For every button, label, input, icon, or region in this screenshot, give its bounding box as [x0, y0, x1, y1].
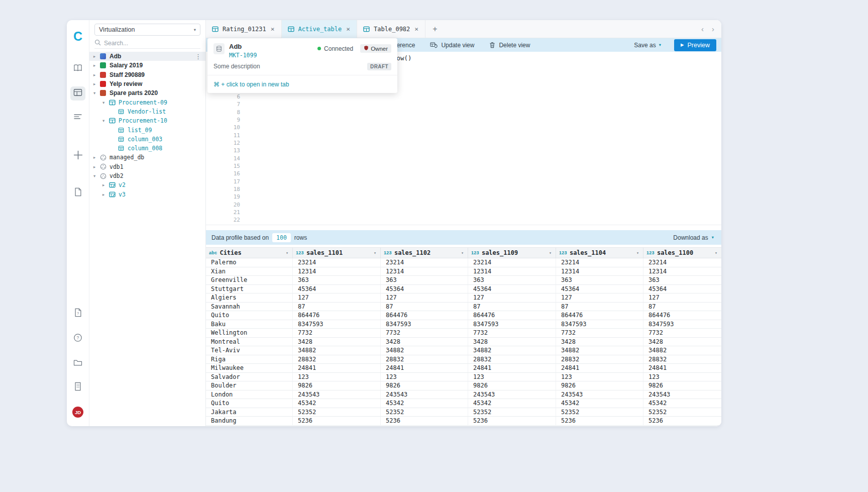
toolbar-button[interactable]: Update view: [430, 42, 474, 49]
tree-item[interactable]: list_09 ⋮: [89, 125, 205, 134]
column-menu-icon[interactable]: ▾: [549, 251, 552, 255]
tree-item-label: Procurement-10: [119, 117, 167, 124]
table-row: Wellington77327732773277327732: [206, 329, 721, 338]
column-menu-icon[interactable]: ▾: [286, 251, 288, 255]
tree-item[interactable]: ▸ v2 ⋮: [89, 180, 205, 189]
more-options-icon[interactable]: ⋮: [195, 53, 205, 60]
next-tab-icon[interactable]: ›: [712, 25, 714, 33]
column-menu-icon[interactable]: ▾: [461, 251, 464, 255]
table-cell: Savannah: [206, 303, 293, 311]
conn-adb-icon: [99, 53, 107, 59]
connection-code-link[interactable]: MKT-1099: [229, 52, 257, 59]
help-button[interactable]: ?: [70, 332, 85, 346]
plus-icon: [73, 150, 83, 162]
data-profile-bar: Data profile based on 100 rows Download …: [206, 230, 721, 245]
editor-tab[interactable]: Rating_01231 ×: [206, 20, 282, 38]
nav-catalog-button[interactable]: [70, 62, 85, 76]
sheet-icon: [117, 145, 125, 151]
tree-item[interactable]: ▸ v3 ⋮: [89, 189, 205, 199]
new-tab-button[interactable]: +: [432, 25, 437, 33]
tree-item[interactable]: column_008 ⋮: [89, 144, 205, 153]
editor-tab[interactable]: Active_table ×: [282, 20, 358, 38]
rows-count-input[interactable]: 100: [272, 233, 291, 242]
status-label: Connected: [324, 45, 353, 52]
table-row: Quito864476864476864476864476864476: [206, 311, 721, 320]
save-as-button[interactable]: Save as ▾: [634, 42, 661, 49]
nav-data-explorer-button[interactable]: [70, 86, 85, 101]
play-icon: ▶: [681, 43, 684, 47]
tree-item[interactable]: ▸ Adb ⋮: [89, 52, 205, 61]
book-icon: [73, 64, 82, 74]
panel-divider[interactable]: [206, 225, 721, 230]
table-cell: 864476: [293, 311, 381, 320]
column-header[interactable]: 123 sales_1102 ▾: [381, 248, 468, 258]
table-cell: 87: [556, 303, 643, 311]
tree-chevron-icon[interactable]: ▸: [93, 54, 99, 59]
close-tab-icon[interactable]: ×: [270, 26, 275, 32]
nav-documents-button[interactable]: [70, 186, 85, 200]
tree-item[interactable]: ▸ managed_db ⋮: [89, 153, 205, 162]
open-in-new-tab-link[interactable]: ⌘ + click to open in new tab: [213, 81, 289, 88]
tree-item-label: v3: [119, 191, 126, 198]
table-cell: 243543: [556, 390, 643, 399]
prev-tab-icon[interactable]: ‹: [701, 25, 704, 33]
column-menu-icon[interactable]: ▾: [636, 251, 639, 255]
tree-item[interactable]: Vendor-list ⋮: [89, 107, 205, 116]
tree-item-label: Procurement-09: [119, 99, 167, 106]
tree-item[interactable]: ▸ Staff 290889 ⋮: [89, 70, 205, 79]
add-new-button[interactable]: [70, 149, 85, 163]
tree-chevron-icon[interactable]: ▾: [93, 173, 99, 178]
tree-item-label: Yelp review: [110, 80, 142, 87]
code-line: 7: [206, 101, 721, 108]
column-header[interactable]: 123 sales_1101 ▾: [293, 248, 381, 258]
user-avatar[interactable]: JD: [72, 407, 83, 418]
workspace-selector[interactable]: Virtualization ▾: [94, 24, 200, 36]
tree-item[interactable]: ▸ vdb1 ⋮: [89, 162, 205, 171]
column-menu-icon[interactable]: ▾: [374, 251, 376, 255]
nav-changelog-button[interactable]: ?: [70, 307, 85, 321]
tree-chevron-icon[interactable]: ▾: [102, 118, 108, 123]
column-type-icon: abc: [209, 250, 217, 255]
table-cell: 5236: [293, 417, 381, 425]
column-type-icon: 123: [646, 250, 655, 255]
download-as-button[interactable]: Download as ▾: [673, 234, 716, 241]
tree-item[interactable]: ▾ Spare parts 2020 ⋮: [89, 88, 205, 97]
tree-chevron-icon[interactable]: ▸: [93, 81, 99, 86]
table-cell: 45364: [293, 285, 381, 293]
line-number: 19: [206, 193, 244, 200]
conn-spare-icon: [99, 90, 107, 96]
code-line: 12: [206, 139, 721, 147]
editor-tab[interactable]: Table_0982 ×: [357, 20, 425, 38]
column-header[interactable]: 123 sales_1109 ▾: [468, 248, 556, 258]
tree-chevron-icon[interactable]: ▸: [102, 182, 108, 187]
tree-chevron-icon[interactable]: ▾: [93, 90, 99, 95]
tree-chevron-icon[interactable]: ▸: [93, 63, 99, 68]
tree-chevron-icon[interactable]: ▸: [93, 72, 99, 77]
tree-item[interactable]: ▸ Yelp review ⋮: [89, 79, 205, 88]
tree-chevron-icon[interactable]: ▸: [102, 192, 108, 197]
preview-button[interactable]: ▶ Preview: [674, 39, 716, 51]
tree-item[interactable]: ▸ Salary 2019 ⋮: [89, 61, 205, 70]
tree-item[interactable]: column_003 ⋮: [89, 135, 205, 144]
close-tab-icon[interactable]: ×: [414, 26, 419, 32]
table-row: London243543243543243543243543243543: [206, 390, 721, 400]
column-header[interactable]: 123 sales_1104 ▾: [556, 248, 643, 258]
tree-chevron-icon[interactable]: ▾: [102, 100, 108, 105]
tree-chevron-icon[interactable]: ▸: [93, 164, 99, 169]
nav-organization-button[interactable]: [70, 380, 85, 395]
search-input[interactable]: [104, 40, 200, 47]
nav-query-log-button[interactable]: [70, 111, 85, 125]
table-cell: 363: [643, 276, 721, 284]
column-menu-icon[interactable]: ▾: [715, 251, 717, 255]
tree-item[interactable]: ▾ Procurement-09 ⋮: [89, 97, 205, 107]
tree-chevron-icon[interactable]: ▸: [93, 155, 99, 160]
column-header[interactable]: abc Cities ▾: [206, 248, 293, 258]
table-cell: Jakarta: [206, 408, 293, 417]
nav-projects-button[interactable]: [70, 356, 85, 370]
column-header[interactable]: 123 sales_1100 ▾: [643, 248, 721, 258]
save-as-label: Save as: [634, 42, 656, 49]
tree-item[interactable]: ▾ Procurement-10 ⋮: [89, 116, 205, 125]
tree-item[interactable]: ▾ vdb2 ⋮: [89, 171, 205, 180]
close-tab-icon[interactable]: ×: [346, 26, 351, 32]
toolbar-button[interactable]: Delete view: [489, 42, 530, 49]
